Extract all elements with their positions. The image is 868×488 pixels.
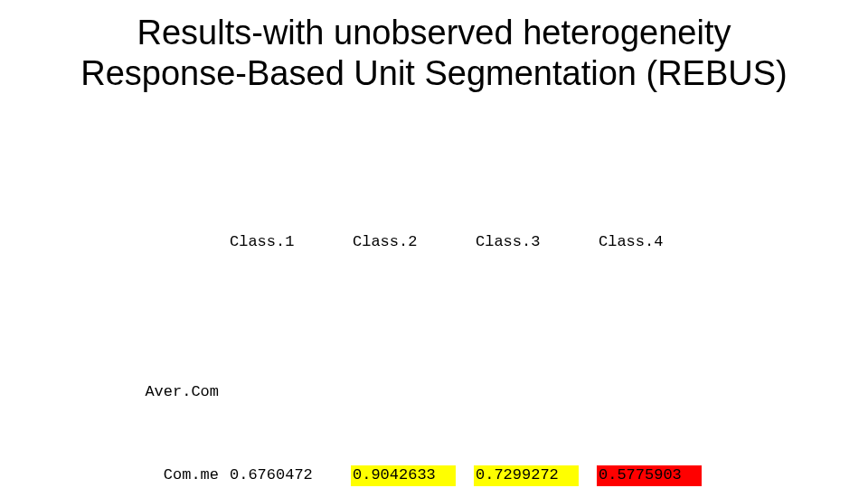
title-line-2: Response-Based Unit Segmentation (REBUS) bbox=[80, 54, 788, 92]
slide: Results-with unobserved heterogeneity Re… bbox=[0, 0, 868, 488]
cell-highlight-yellow: 0.7299272 bbox=[474, 465, 579, 486]
header-class-4: Class.4 bbox=[597, 232, 702, 253]
cell bbox=[597, 382, 702, 403]
header-class-3: Class.3 bbox=[474, 232, 579, 253]
cell: 0.6760472 bbox=[228, 465, 333, 486]
spacer bbox=[136, 315, 720, 321]
results-table: Class.1 Class.2 Class.3 Class.4 Aver.Com… bbox=[136, 170, 720, 488]
table-header-row: Class.1 Class.2 Class.3 Class.4 bbox=[136, 232, 720, 253]
cell-highlight-yellow: 0.9042633 bbox=[351, 465, 456, 486]
cell bbox=[474, 382, 579, 403]
title-line-1: Results-with unobserved heterogeneity bbox=[137, 14, 731, 52]
slide-title: Results-with unobserved heterogeneity Re… bbox=[0, 13, 868, 94]
row-label: Aver.Com bbox=[136, 382, 228, 403]
row-label: Com.me bbox=[136, 465, 228, 486]
cell-highlight-red: 0.5775903 bbox=[597, 465, 702, 486]
cell bbox=[228, 382, 333, 403]
header-class-2: Class.2 bbox=[351, 232, 456, 253]
table-row: Com.me 0.6760472 0.9042633 0.7299272 0.5… bbox=[136, 465, 720, 486]
cell bbox=[351, 382, 456, 403]
header-blank bbox=[136, 232, 228, 253]
header-class-1: Class.1 bbox=[228, 232, 333, 253]
table-row: Aver.Com bbox=[136, 382, 720, 403]
